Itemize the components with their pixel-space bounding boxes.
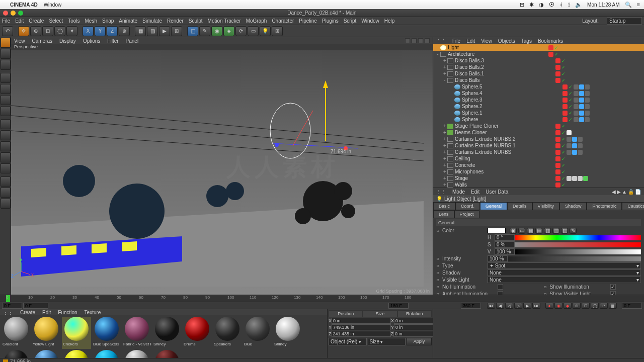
menu-mograph[interactable]: MoGraph bbox=[246, 18, 267, 24]
color-mode-icon[interactable]: ▤ bbox=[535, 228, 542, 234]
maximize-icon[interactable] bbox=[18, 11, 23, 16]
viewport-3d[interactable]: 71.694 in x y z Grid Spacing : 3937.008 … bbox=[11, 50, 433, 295]
render-region[interactable]: ▨ bbox=[147, 26, 158, 36]
object-row[interactable]: +Curtains Extrude NURBS✓ bbox=[433, 149, 644, 155]
object-row[interactable]: +Disco Balls.1✓ bbox=[433, 70, 644, 77]
object-row[interactable]: +Beams Cloner✓ bbox=[433, 129, 644, 136]
checkbox[interactable] bbox=[498, 284, 503, 290]
color-mode-icon[interactable]: ▥ bbox=[544, 228, 551, 234]
lock-icon[interactable]: 🔒 bbox=[628, 189, 634, 195]
color-mode-icon[interactable]: ▦ bbox=[527, 228, 534, 234]
clock[interactable]: Mon 11:28 AM bbox=[587, 2, 619, 8]
play-back-button[interactable]: ◁ bbox=[505, 303, 513, 309]
mm-function[interactable]: Function bbox=[58, 310, 77, 315]
menu-mesh[interactable]: Mesh bbox=[85, 18, 97, 24]
object-tree[interactable]: Light✓-Architecture✓+Disco Balls.3✓+Disc… bbox=[433, 44, 644, 188]
render-settings[interactable]: ▶ bbox=[159, 26, 170, 36]
material-item[interactable] bbox=[32, 350, 61, 358]
add-camera[interactable]: ▭ bbox=[248, 26, 259, 36]
object-row[interactable]: +Concrete✓ bbox=[433, 162, 644, 168]
frame-end[interactable] bbox=[461, 303, 481, 309]
menu-character[interactable]: Character bbox=[272, 18, 294, 24]
volume-icon[interactable]: 🔈 bbox=[575, 2, 582, 8]
om-tags[interactable]: Tags bbox=[521, 38, 532, 44]
uv-mode[interactable] bbox=[1, 106, 11, 116]
axis-mode[interactable] bbox=[1, 130, 11, 140]
sat-value[interactable]: 0 % bbox=[495, 241, 515, 248]
color-swatch[interactable] bbox=[488, 228, 506, 233]
tool[interactable]: ✦ bbox=[66, 26, 77, 36]
nav-back-icon[interactable]: ◀ bbox=[612, 189, 616, 195]
poly-mode[interactable] bbox=[1, 95, 11, 105]
hue-value[interactable]: 0 ° bbox=[495, 234, 515, 241]
object-row[interactable]: +Curtains Extrude NURBS.1✓ bbox=[433, 142, 644, 149]
vp-nav-icon[interactable] bbox=[418, 38, 423, 43]
material-item[interactable]: Fabric - Velvet Re bbox=[122, 317, 151, 349]
key-param-button[interactable]: P bbox=[600, 303, 608, 309]
macos-menu-window[interactable]: Window bbox=[44, 2, 62, 8]
color-mode-icon[interactable]: ▧ bbox=[552, 228, 559, 234]
point-mode[interactable] bbox=[1, 84, 11, 94]
object-row[interactable]: +Curtains Extrude NURBS.2✓ bbox=[433, 136, 644, 142]
object-row[interactable]: +Ceiling✓ bbox=[433, 155, 644, 162]
search-icon[interactable]: 🔍 bbox=[625, 2, 632, 8]
render-view[interactable]: ▦ bbox=[135, 26, 146, 36]
grip-icon[interactable]: ⋮⋮ bbox=[3, 310, 13, 315]
tweak-mode[interactable] bbox=[1, 119, 11, 129]
render-queue[interactable]: ⊞ bbox=[171, 26, 182, 36]
paint-mode[interactable] bbox=[1, 188, 11, 198]
pos-input[interactable] bbox=[332, 331, 391, 337]
vp-menu-view[interactable]: View bbox=[14, 38, 25, 44]
model-mode[interactable] bbox=[1, 38, 11, 48]
object-row[interactable]: Sphere.5✓ bbox=[433, 83, 644, 90]
val-slider[interactable] bbox=[515, 249, 641, 254]
menu-animate[interactable]: Animate bbox=[119, 18, 137, 24]
intensity-slider[interactable] bbox=[508, 256, 641, 261]
tab-photometric[interactable]: Photometric bbox=[587, 202, 622, 210]
minimize-icon[interactable] bbox=[11, 11, 16, 16]
texture-mode[interactable] bbox=[1, 49, 11, 59]
add-light[interactable]: 💡 bbox=[260, 26, 271, 36]
checkbox[interactable] bbox=[498, 291, 503, 295]
material-item[interactable]: Speakers bbox=[213, 317, 242, 349]
viewport-solo[interactable] bbox=[1, 141, 11, 151]
om-view[interactable]: View bbox=[481, 38, 492, 44]
play-button[interactable]: ▷ bbox=[514, 303, 522, 309]
axis-x[interactable]: X bbox=[83, 26, 94, 36]
object-row[interactable]: Sphere.3✓ bbox=[433, 97, 644, 103]
add-deformer[interactable]: ◈ bbox=[223, 26, 234, 36]
workplane-mode[interactable] bbox=[1, 60, 11, 70]
om-objects[interactable]: Objects bbox=[498, 38, 515, 44]
tab-general[interactable]: General bbox=[480, 202, 507, 210]
add-environment[interactable]: ⟳ bbox=[235, 26, 247, 36]
macos-app-name[interactable]: CINEMA 4D bbox=[10, 2, 38, 8]
edge-mode[interactable] bbox=[1, 73, 11, 83]
menu-edit[interactable]: Edit bbox=[15, 18, 24, 24]
tab-shadow[interactable]: Shadow bbox=[559, 202, 587, 210]
object-row[interactable]: Sphere✓ bbox=[433, 116, 644, 123]
eyedropper-icon[interactable]: ✎ bbox=[570, 228, 577, 234]
material-item[interactable]: Shiney bbox=[273, 317, 302, 349]
material-item[interactable]: Chekers bbox=[62, 317, 91, 349]
move-tool[interactable]: ⊕ bbox=[30, 26, 41, 36]
vp-nav-icon[interactable] bbox=[405, 38, 410, 43]
object-row[interactable]: Light✓ bbox=[433, 44, 644, 51]
shadow-select[interactable]: None▾ bbox=[488, 269, 641, 276]
material-item[interactable]: Gradient bbox=[2, 317, 31, 349]
mm-texture[interactable]: Texture bbox=[85, 310, 101, 315]
checkbox[interactable]: ✓ bbox=[610, 291, 616, 295]
vp-nav-icon[interactable] bbox=[412, 38, 417, 43]
am-edit[interactable]: Edit bbox=[471, 189, 479, 195]
goto-start-button[interactable]: ⏮ bbox=[487, 303, 495, 309]
scale-tool[interactable]: ⊡ bbox=[42, 26, 53, 36]
menu-motiontracker[interactable]: Motion Tracker bbox=[208, 18, 241, 24]
material-item[interactable] bbox=[62, 350, 91, 358]
vp-menu-options[interactable]: Options bbox=[83, 38, 100, 44]
vp-nav-icon[interactable] bbox=[425, 38, 430, 43]
menu-tools[interactable]: Tools bbox=[68, 18, 79, 24]
material-item[interactable]: Blue Speakers bbox=[92, 317, 121, 349]
new-icon[interactable]: 📄 bbox=[635, 189, 641, 195]
sat-slider[interactable] bbox=[515, 242, 641, 247]
vp-menu-panel[interactable]: Panel bbox=[126, 38, 139, 44]
layout-select[interactable]: Startup bbox=[607, 17, 642, 25]
